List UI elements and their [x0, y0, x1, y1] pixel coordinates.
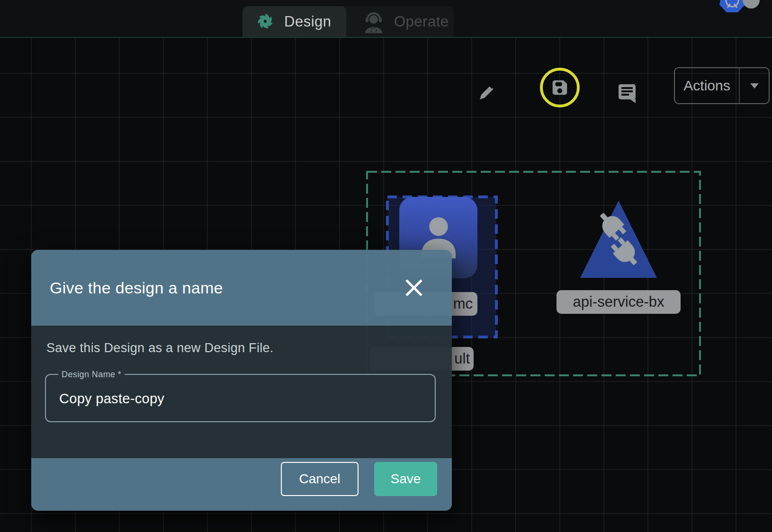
kubernetes-logo-icon[interactable] — [719, 0, 745, 13]
close-icon[interactable] — [404, 278, 424, 298]
actions-split-button[interactable]: Actions — [674, 67, 770, 104]
dialog-footer: Cancel Save — [31, 458, 452, 511]
top-navigation-bar: Design Operate — [0, 0, 772, 38]
actions-button-label[interactable]: Actions — [675, 68, 739, 103]
cancel-button[interactable]: Cancel — [281, 462, 359, 496]
mode-tabstrip: Design Operate — [242, 6, 454, 37]
dialog-title: Give the design a name — [50, 279, 223, 297]
save-design-dialog: Give the design a name Save this Design … — [31, 250, 452, 511]
operator-headset-icon — [363, 11, 385, 35]
dialog-header: Give the design a name — [31, 250, 452, 326]
actions-dropdown-toggle[interactable] — [740, 68, 769, 103]
tab-design[interactable]: Design — [242, 6, 346, 37]
chevron-down-icon — [749, 82, 760, 89]
edit-pencil-icon[interactable] — [476, 82, 497, 103]
tab-operate[interactable]: Operate — [346, 6, 454, 37]
tab-design-label: Design — [284, 13, 332, 30]
save-button[interactable]: Save — [374, 462, 437, 496]
design-name-field: Design Name * — [45, 374, 436, 422]
tab-operate-label: Operate — [394, 13, 449, 30]
save-floppy-icon[interactable] — [550, 78, 570, 98]
app-window: mc ult api-service-bx Actions — [0, 0, 772, 532]
dialog-body: Save this Design as a new Design File. D… — [31, 326, 452, 458]
comment-icon[interactable] — [616, 81, 638, 103]
meshery-logo-icon — [257, 13, 274, 30]
design-name-input[interactable] — [58, 376, 425, 421]
node-label-api-service: api-service-bx — [557, 290, 681, 314]
dialog-description: Save this Design as a new Design File. — [46, 341, 274, 355]
